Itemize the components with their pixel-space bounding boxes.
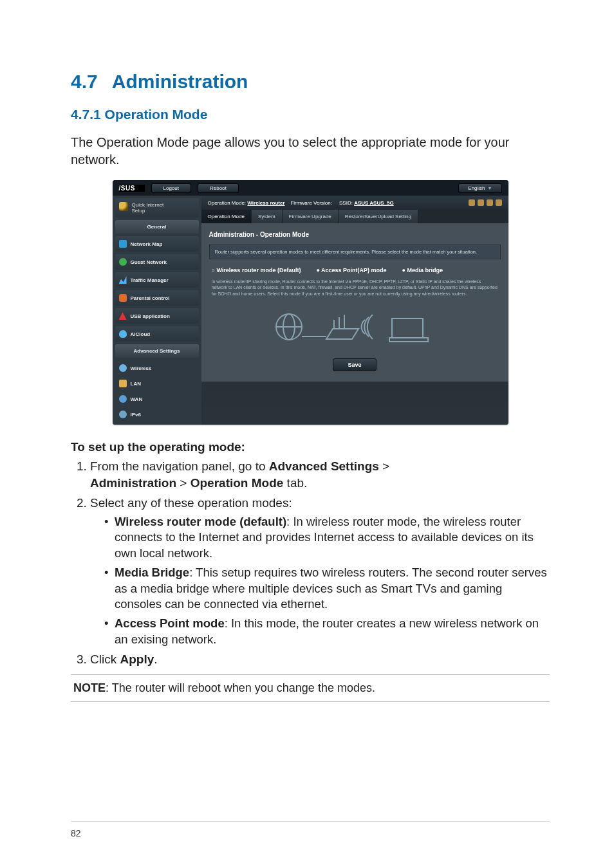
mode-wireless-router: Wireless router mode (default): In wirel…: [104, 514, 550, 561]
language-label: English: [468, 185, 485, 191]
sidebar-item-parental-control[interactable]: Parental control: [115, 290, 199, 306]
sidebar-item-ipv6[interactable]: IPv6: [115, 407, 199, 422]
bold-administration: Administration: [90, 476, 176, 490]
firmware-label: Firmware Version:: [290, 200, 331, 206]
topbar: /SUS Logout Reboot English ▼: [113, 180, 508, 196]
bold-operation-mode: Operation Mode: [191, 476, 284, 490]
network-diagram: [209, 303, 501, 353]
qis-line2: Setup: [132, 208, 145, 214]
op-mode-value: Wireless router: [247, 200, 284, 206]
chevron-down-icon: ▼: [488, 186, 492, 190]
logout-button[interactable]: Logout: [151, 183, 191, 193]
wan-icon: [119, 395, 127, 403]
note-label: NOTE: [73, 681, 106, 694]
panel-hint: Router supports several operation modes …: [209, 245, 501, 259]
qis-line1: Quick Internet: [132, 202, 164, 208]
panel-title: Administration - Operation Mode: [209, 228, 501, 245]
note-text: : The router will reboot when you change…: [106, 681, 375, 694]
page-number: 82: [71, 828, 81, 838]
status-icon: [469, 199, 475, 206]
status-icon: [478, 199, 484, 206]
tabs: Operation Mode System Firmware Upgrade R…: [201, 210, 508, 223]
procedure-heading: To set up the operating mode:: [71, 440, 550, 454]
footer-rule: [71, 821, 550, 822]
sidebar-item-aicloud[interactable]: AiCloud: [115, 326, 199, 342]
intro-paragraph: The Operation Mode page allows you to se…: [71, 134, 550, 169]
tab-restore-save-upload[interactable]: Restore/Save/Upload Setting: [339, 210, 418, 223]
language-select[interactable]: English ▼: [458, 183, 501, 193]
sidebar-heading-general: General: [115, 220, 199, 234]
section-number: 4.7: [71, 71, 98, 92]
bold-apply: Apply: [120, 652, 154, 666]
reboot-button[interactable]: Reboot: [198, 183, 239, 193]
sidebar: Quick Internet Setup General Network Map…: [113, 196, 201, 425]
radio-media-bridge[interactable]: Media bridge: [402, 267, 443, 273]
status-icons: [469, 199, 502, 206]
sidebar-item-wan[interactable]: WAN: [115, 391, 199, 407]
router-admin-screenshot: /SUS Logout Reboot English ▼ Quick Inter…: [113, 180, 508, 425]
bold-advanced-settings: Advanced Settings: [269, 459, 379, 473]
mode-access-point: Access Point mode: In this mode, the rou…: [104, 616, 550, 647]
svg-rect-7: [392, 319, 423, 338]
tab-system[interactable]: System: [252, 210, 283, 223]
sidebar-item-usb-application[interactable]: USB application: [115, 308, 199, 324]
note-box: NOTE: The router will reboot when you ch…: [71, 674, 550, 702]
panel: Administration - Operation Mode Router s…: [201, 223, 508, 382]
asus-logo: /SUS: [119, 185, 145, 192]
radio-wireless-router[interactable]: Wireless router mode (Default): [212, 267, 301, 273]
pencil-icon: [119, 202, 128, 211]
svg-rect-8: [389, 338, 428, 342]
status-bar: Operation Mode: Wireless router Firmware…: [201, 196, 508, 210]
save-button[interactable]: Save: [333, 358, 376, 371]
wifi-icon: [119, 364, 127, 372]
tab-operation-mode[interactable]: Operation Mode: [201, 210, 252, 223]
cloud-icon: [119, 330, 127, 338]
mode-media-bridge: Media Bridge: This setup requires two wi…: [104, 565, 550, 612]
ssid-label: SSID:: [339, 200, 353, 206]
traffic-icon: [119, 276, 127, 284]
mode-description: In wireless router/IP sharing mode, Rout…: [212, 279, 498, 297]
step-2: Select any of these operation modes: Wir…: [90, 495, 550, 647]
lan-icon: [119, 380, 127, 387]
parental-icon: [119, 294, 127, 302]
sidebar-item-lan[interactable]: LAN: [115, 376, 199, 391]
usb-icon: [119, 312, 127, 320]
network-icon: [119, 240, 127, 248]
procedure-list: From the navigation panel, go to Advance…: [71, 458, 550, 668]
tab-firmware-upgrade[interactable]: Firmware Upgrade: [283, 210, 339, 223]
sidebar-heading-advanced: Advanced Settings: [115, 344, 199, 358]
main-pane: Operation Mode: Wireless router Firmware…: [201, 196, 508, 425]
step-3: Click Apply.: [90, 651, 550, 668]
guest-icon: [119, 258, 127, 266]
sidebar-quick-internet-setup[interactable]: Quick Internet Setup: [115, 198, 199, 217]
sidebar-item-wireless[interactable]: Wireless: [115, 360, 199, 376]
section-heading: 4.7Administration: [71, 71, 550, 93]
ipv6-icon: [119, 411, 127, 418]
status-icon: [496, 199, 502, 206]
ssid-values: ASUS ASUS_5G: [354, 200, 394, 206]
sidebar-item-traffic-manager[interactable]: Traffic Manager: [115, 272, 199, 288]
mode-radios: Wireless router mode (Default) Access Po…: [212, 267, 498, 273]
status-icon: [487, 199, 493, 206]
mode-list: Wireless router mode (default): In wirel…: [90, 514, 550, 647]
radio-access-point[interactable]: Access Point(AP) mode: [316, 267, 386, 273]
step-1: From the navigation panel, go to Advance…: [90, 458, 550, 491]
subsection-heading: 4.7.1 Operation Mode: [71, 107, 550, 122]
op-mode-label: Operation Mode:: [208, 200, 247, 206]
sidebar-item-network-map[interactable]: Network Map: [115, 236, 199, 252]
sidebar-item-guest-network[interactable]: Guest Network: [115, 254, 199, 270]
section-title: Administration: [112, 71, 248, 92]
